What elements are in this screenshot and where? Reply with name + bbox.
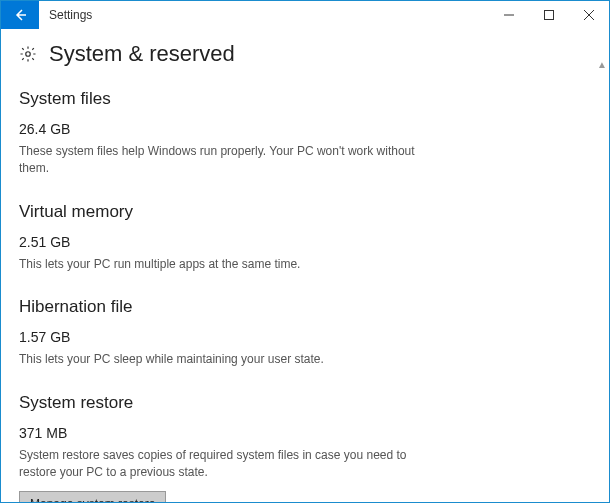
close-icon [584,10,594,20]
maximize-icon [544,10,554,20]
hibernation-file-size: 1.57 GB [19,329,591,345]
system-restore-size: 371 MB [19,425,591,441]
maximize-button[interactable] [529,1,569,29]
svg-rect-1 [545,11,554,20]
manage-system-restore-button[interactable]: Manage system restore [19,491,166,503]
page-header: System & reserved [19,41,591,67]
virtual-memory-size: 2.51 GB [19,234,591,250]
back-button[interactable] [1,1,39,29]
section-heading: System restore [19,393,591,413]
page-title: System & reserved [49,41,235,67]
section-system-files: System files 26.4 GB These system files … [19,89,591,178]
window-controls [489,1,609,29]
minimize-button[interactable] [489,1,529,29]
svg-point-4 [26,52,31,57]
system-files-description: These system files help Windows run prop… [19,143,439,178]
close-button[interactable] [569,1,609,29]
hibernation-file-description: This lets your PC sleep while maintainin… [19,351,439,368]
section-heading: System files [19,89,591,109]
virtual-memory-description: This lets your PC run multiple apps at t… [19,256,439,273]
window-title: Settings [39,1,489,29]
arrow-left-icon [12,7,28,23]
section-virtual-memory: Virtual memory 2.51 GB This lets your PC… [19,202,591,273]
system-files-size: 26.4 GB [19,121,591,137]
content-area: ▲ System & reserved System files 26.4 GB… [1,29,609,503]
minimize-icon [504,10,514,20]
titlebar: Settings [1,1,609,29]
gear-icon [19,45,37,63]
system-restore-description: System restore saves copies of required … [19,447,439,482]
section-system-restore: System restore 371 MB System restore sav… [19,393,591,503]
section-heading: Hibernation file [19,297,591,317]
section-hibernation-file: Hibernation file 1.57 GB This lets your … [19,297,591,368]
section-heading: Virtual memory [19,202,591,222]
scroll-up-icon[interactable]: ▲ [597,59,607,70]
